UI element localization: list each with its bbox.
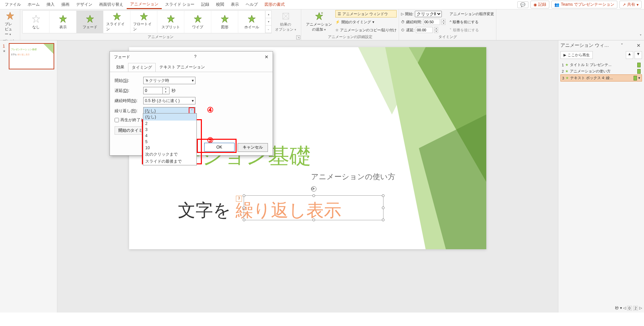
tab-record[interactable]: 記録 — [198, 0, 213, 9]
repeat-option-none[interactable]: (なし) — [143, 113, 196, 121]
tab-insert[interactable]: 挿入 — [43, 0, 58, 9]
duration-input[interactable] — [423, 19, 440, 25]
anim-item-2[interactable]: 2★アニメーションの使い方 — [560, 68, 642, 74]
rotate-handle[interactable]: ⟳ — [311, 186, 316, 192]
dialog-help-button[interactable]: ? — [194, 54, 196, 60]
tab-draw[interactable]: 描画 — [58, 0, 73, 9]
repeat-option-2[interactable]: 2 — [143, 121, 196, 127]
move-up-button[interactable]: ▲ — [626, 51, 633, 59]
record-button[interactable]: ◉ 記録 — [530, 1, 549, 8]
preview-button[interactable]: プレビュー — [2, 10, 18, 38]
tab-animation[interactable]: アニメーション — [127, 0, 162, 9]
dlg-start-select[interactable]: 🖱 クリック時▾ — [143, 77, 195, 84]
tab-transition[interactable]: 画面切り替え — [96, 0, 127, 9]
move-down-button[interactable]: ▼ — [635, 51, 642, 59]
anim-none[interactable]: なし — [23, 11, 50, 33]
play-from-button[interactable]: ▶ ここから再生 — [560, 51, 593, 59]
star-icon: ★ — [565, 69, 569, 73]
repeat-option-10[interactable]: 10 — [143, 145, 196, 151]
anim-appear[interactable]: 表示 — [50, 11, 76, 33]
anim-item-1-num: 1 — [562, 63, 564, 67]
tab-view[interactable]: 表示 — [227, 0, 242, 9]
handle-tl[interactable] — [243, 194, 245, 197]
slide-editor[interactable]: ーション基礎 アニメーションの使い方 文字を 繰り返し表示 ⟳ 3 フェード ?… — [57, 40, 558, 313]
dialog-close-button[interactable]: ✕ — [265, 54, 269, 60]
dialog-tab-text[interactable]: テキスト アニメーション — [156, 63, 209, 72]
anim-item-3[interactable]: 3★テキスト ボックス 4: 繰...▾ — [560, 74, 642, 82]
teams-present-button[interactable]: 👥 Teams でプレゼンテーション — [551, 1, 617, 8]
effect-options-icon — [281, 12, 290, 21]
delay-input[interactable] — [416, 27, 433, 33]
handle-tm[interactable] — [312, 194, 315, 197]
repeat-option-5[interactable]: 5 — [143, 139, 196, 145]
anim-pane-close[interactable]: ✕ — [635, 43, 642, 48]
tab-home[interactable]: ホーム — [24, 0, 43, 9]
textbox-selection[interactable]: ⟳ 3 — [244, 195, 384, 220]
add-animation-button[interactable]: + アニメーション の追加 — [303, 10, 335, 33]
tab-help[interactable]: ヘルプ — [242, 0, 261, 9]
move-earlier-button[interactable]: ^ 順番を前にする — [450, 18, 494, 26]
anim-floatin[interactable]: フロートイン — [130, 11, 157, 33]
dlg-rewind-checkbox[interactable] — [115, 118, 119, 122]
tab-review[interactable]: 校閲 — [213, 0, 227, 9]
anim-split[interactable]: スプリット — [157, 11, 184, 33]
animation-gallery[interactable]: なし 表示 フェード スライドイン フロートイン スプリット ワイプ 図形 ホイ… — [22, 10, 272, 33]
anim-pane-dropdown[interactable]: ˅ — [619, 43, 624, 48]
comment-button[interactable]: 💬 — [517, 1, 528, 8]
repeat-option-4[interactable]: 4 — [143, 133, 196, 139]
dialog-tab-effect[interactable]: 効果 — [113, 63, 128, 72]
add-anim-label: アニメーション の追加 — [306, 22, 332, 32]
effect-options-button[interactable]: 効果の オプション — [272, 10, 299, 33]
dlg-delay-input[interactable]: ▴▾ — [143, 87, 170, 94]
dialog-cancel-button[interactable]: キャンセル — [238, 143, 268, 152]
ribbon-collapse-button[interactable]: ˅ — [637, 9, 644, 40]
repeat-option-endslide[interactable]: スライドの最後まで — [143, 158, 196, 165]
handle-ml[interactable] — [243, 206, 245, 209]
dlg-duration-label: 継続時間(N): — [115, 98, 143, 104]
repeat-dropdown-list[interactable]: (なし) 2 3 4 5 10 次のクリックまで スライドの最後まで — [143, 113, 197, 165]
animation-pane-button[interactable]: ☰ アニメーション ウィンドウ — [335, 10, 397, 18]
dlg-duration-select[interactable]: 0.5 秒 (さらに速く)▾ — [143, 97, 195, 104]
tab-shapeformat[interactable]: 図形の書式 — [261, 0, 288, 9]
gallery-scroll[interactable]: ▴▾⌄ — [265, 11, 271, 33]
animation-order-tag[interactable]: 3 — [236, 196, 242, 202]
share-button[interactable]: ↗ 共有 ▾ — [619, 1, 642, 8]
handle-bl[interactable] — [243, 219, 245, 221]
repeat-option-3[interactable]: 3 — [143, 127, 196, 133]
animation-group-launcher[interactable]: ↘ — [296, 35, 300, 39]
svg-marker-6 — [167, 15, 175, 23]
anim-item-3-menu[interactable]: ▾ — [638, 76, 640, 80]
tab-file[interactable]: ファイル — [1, 0, 24, 9]
anim-wheel[interactable]: ホイール — [238, 11, 265, 33]
star-icon: ★ — [565, 76, 569, 80]
dlg-rewind-label: 再生が終了し — [120, 117, 145, 123]
animation-pane: アニメーション ウィ… ˅ ✕ ▶ ここから再生 ▲ ▼ 1★タイトル 1: プ… — [558, 40, 644, 313]
svg-marker-2 — [59, 15, 67, 23]
reorder-label: アニメーションの順序変更 — [450, 10, 494, 18]
animation-painter-button[interactable]: ☆ アニメーションのコピー/貼り付け — [335, 26, 397, 34]
handle-mr[interactable] — [382, 206, 385, 209]
anim-item-1[interactable]: 1★タイトル 1: プレゼンテ... — [560, 62, 642, 68]
anim-shape[interactable]: 図形 — [211, 11, 238, 33]
anim-pane-label: アニメーション ウィンドウ — [342, 11, 388, 17]
anim-fade[interactable]: フェード — [76, 11, 103, 33]
start-select[interactable]: クリック時 — [415, 11, 442, 17]
handle-br[interactable] — [382, 219, 385, 221]
dialog-ok-button[interactable]: OK — [204, 143, 235, 152]
slide-subtitle-text: アニメーションの使い方 — [311, 172, 395, 182]
tab-design[interactable]: デザイン — [73, 0, 96, 9]
anim-slidein[interactable]: スライドイン — [103, 11, 130, 33]
handle-bm[interactable] — [312, 219, 315, 221]
handle-tr[interactable] — [382, 194, 385, 197]
advanced-group-label: アニメーションの詳細設定 — [303, 34, 397, 39]
move-later-button[interactable]: ˅ 順番を後にする — [450, 26, 494, 34]
dialog-tab-timing[interactable]: タイミング — [128, 63, 156, 72]
slide-thumbnail-1[interactable]: プレゼンテーション基礎 文字を 繰り返し表示 — [9, 43, 54, 69]
thumbnail-pane[interactable]: 1 ★ プレゼンテーション基礎 文字を 繰り返し表示 — [0, 40, 57, 313]
trigger-button[interactable]: ⚡ 開始のタイミング ▾ — [335, 18, 397, 26]
repeat-option-nextclick[interactable]: 次のクリックまで — [143, 151, 196, 158]
svg-marker-5 — [140, 13, 148, 20]
anim-wipe[interactable]: ワイプ — [184, 11, 211, 33]
tab-slideshow[interactable]: スライド ショー — [162, 0, 198, 9]
teams-label: Teams でプレゼンテーション — [561, 2, 614, 7]
